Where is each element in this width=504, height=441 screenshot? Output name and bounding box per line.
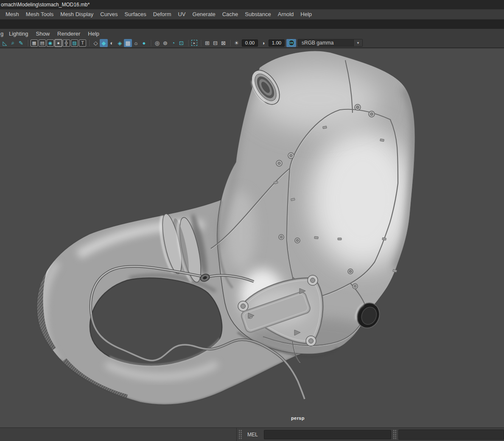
paint-select-tool-icon[interactable]: ◺ — [1, 39, 9, 47]
main-menubar: MeshMesh ToolsMesh DisplayCurvesSurfaces… — [0, 9, 504, 20]
camera-label: persp — [291, 416, 305, 421]
motion-blur-icon[interactable]: ⊚ — [161, 39, 169, 47]
command-output-grip[interactable] — [393, 430, 397, 440]
menu-item-uv[interactable]: UV — [174, 11, 189, 17]
shelf-collapsed-band — [0, 20, 504, 29]
command-line-bar: MEL — [0, 427, 504, 441]
panel-menu-item-show[interactable]: Show — [32, 31, 54, 37]
toolbar-separator — [89, 40, 90, 46]
safe-title-icon[interactable]: T — [79, 39, 86, 47]
camera-frame-icon[interactable]: ⊡ — [177, 39, 185, 47]
toolbar-separator — [188, 40, 188, 46]
window-titlebar[interactable]: omach\Modeling\stomach_MOD16.mb* — [0, 0, 504, 9]
menu-item-curves[interactable]: Curves — [97, 11, 121, 17]
lights-icon[interactable]: ☼ — [132, 39, 140, 47]
resolution-gate-icon[interactable]: ◉ — [47, 39, 54, 47]
ambient-occlusion-icon[interactable]: ◎ — [153, 39, 161, 47]
view-transform-value: sRGB gamma — [298, 40, 353, 46]
snapshot-icon[interactable]: ⊞ — [203, 39, 211, 47]
panel-toolbar: ◺⌕✎▦▤◉●╬▨T◇◆◐◈▩☼●◎⊚◔⊡▸⊞⊟⊠☀0.00◑1.00ONsRG… — [0, 38, 504, 48]
menu-item-arnold[interactable]: Arnold — [274, 11, 297, 17]
color-management-toggle[interactable]: ON — [286, 39, 296, 47]
toolbar-separator — [200, 40, 201, 46]
gate-mask-icon[interactable]: ● — [55, 39, 62, 47]
loop-hole — [90, 278, 222, 365]
shaded-display-icon[interactable]: ◆ — [100, 39, 108, 47]
depth-of-field-icon[interactable]: ◔ — [169, 39, 177, 47]
image-plane-icon[interactable]: ▨ — [71, 39, 78, 47]
command-output-field[interactable] — [398, 430, 504, 440]
stomach-body — [211, 51, 416, 364]
exposure-icon[interactable]: ☀ — [232, 39, 241, 47]
color-management-on-badge: ON — [288, 40, 294, 46]
command-language-label[interactable]: MEL — [247, 432, 258, 438]
toolbar-separator — [27, 40, 28, 46]
menu-item-help[interactable]: Help — [297, 11, 315, 17]
default-material-icon[interactable]: ◐ — [108, 39, 116, 47]
sculpt-brush-tool-icon[interactable]: ✎ — [17, 39, 25, 47]
shadows-icon[interactable]: ● — [140, 39, 148, 47]
panel-menubar: gLightingShowRendererHelp — [0, 29, 504, 38]
toolbar-separator — [150, 40, 151, 46]
textured-display-icon[interactable]: ◈ — [116, 39, 124, 47]
film-gate-icon[interactable]: ▤ — [39, 39, 46, 47]
menu-item-surfaces[interactable]: Surfaces — [121, 11, 150, 17]
contrast-icon[interactable]: ◑ — [259, 39, 267, 47]
exposure-field[interactable]: 0.00 — [242, 39, 258, 47]
perspective-viewport[interactable]: persp — [0, 48, 504, 427]
wireframe-display-icon[interactable]: ◇ — [92, 39, 100, 47]
menu-item-mesh-tools[interactable]: Mesh Tools — [22, 11, 57, 17]
isolate-select-icon[interactable]: ▸ — [191, 40, 197, 46]
zoom-track-tool-icon[interactable]: ⌕ — [9, 39, 17, 47]
field-chart-icon[interactable]: ╬ — [63, 39, 70, 47]
panel-menu-item-g[interactable]: g — [0, 31, 5, 37]
toolbar-separator — [230, 40, 230, 46]
anti-aliasing-icon[interactable]: ▩ — [124, 39, 132, 47]
gamma-field[interactable]: 1.00 — [269, 39, 285, 47]
grid-toggle-icon[interactable]: ▦ — [31, 39, 38, 47]
stomach-model-render[interactable] — [0, 48, 504, 428]
menu-item-substance[interactable]: Substance — [241, 11, 274, 17]
grease-pencil-icon[interactable]: ⊠ — [219, 39, 227, 47]
menu-item-cache[interactable]: Cache — [219, 11, 242, 17]
menu-item-mesh-display[interactable]: Mesh Display — [57, 11, 97, 17]
chevron-down-icon[interactable]: ▼ — [353, 39, 362, 46]
menu-item-mesh[interactable]: Mesh — [2, 11, 22, 17]
panel-menu-item-help[interactable]: Help — [84, 31, 103, 37]
menu-item-deform[interactable]: Deform — [150, 11, 175, 17]
panel-menu-item-lighting[interactable]: Lighting — [5, 31, 32, 37]
view-transform-dropdown[interactable]: sRGB gamma▼ — [298, 39, 363, 47]
command-line-spacer — [0, 428, 237, 441]
command-line-grip[interactable] — [238, 430, 242, 440]
menu-item-generate[interactable]: Generate — [189, 11, 219, 17]
mel-command-input[interactable] — [264, 430, 391, 439]
snapshot-all-icon[interactable]: ⊟ — [211, 39, 219, 47]
panel-menu-item-renderer[interactable]: Renderer — [53, 31, 84, 37]
window-title: omach\Modeling\stomach_MOD16.mb* — [1, 2, 90, 8]
